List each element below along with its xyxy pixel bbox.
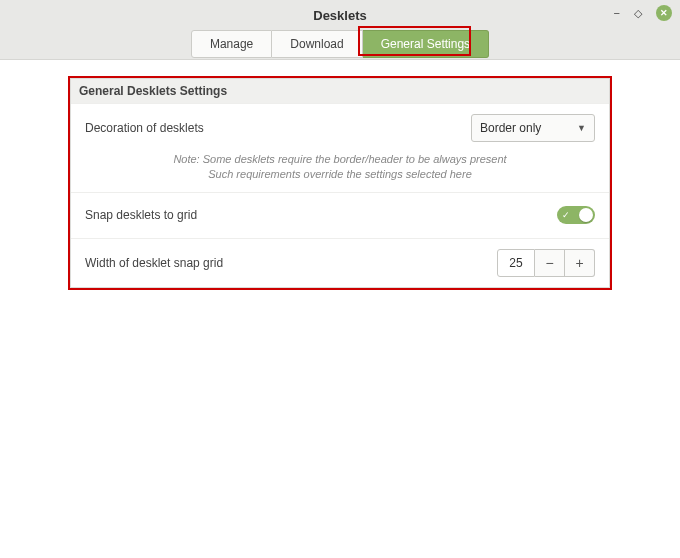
panel-title: General Desklets Settings [71,79,609,103]
chevron-down-icon: ▼ [577,123,586,133]
titlebar: Desklets − ◇ [0,0,680,30]
row-width: Width of desklet snap grid − + [71,238,609,287]
row-decoration: Decoration of desklets Border only ▼ [71,103,609,152]
width-label: Width of desklet snap grid [85,256,497,270]
width-decrement[interactable]: − [535,249,565,277]
decoration-select[interactable]: Border only ▼ [471,114,595,142]
width-stepper: − + [497,249,595,277]
decoration-note: Note: Some desklets require the border/h… [71,152,609,192]
content-area: General Desklets Settings Decoration of … [0,60,680,558]
snap-label: Snap desklets to grid [85,208,557,222]
width-increment[interactable]: + [565,249,595,277]
toggle-knob [579,208,593,222]
tab-download[interactable]: Download [272,30,362,58]
window-controls: − ◇ [614,5,672,21]
width-input[interactable] [497,249,535,277]
settings-panel: General Desklets Settings Decoration of … [70,78,610,288]
maximize-button[interactable]: ◇ [634,7,642,20]
decoration-value: Border only [480,121,541,135]
check-icon: ✓ [562,210,570,220]
minimize-button[interactable]: − [614,7,620,19]
close-button[interactable] [656,5,672,21]
snap-toggle[interactable]: ✓ [557,206,595,224]
row-snap: Snap desklets to grid ✓ [71,192,609,238]
decoration-label: Decoration of desklets [85,121,471,135]
tab-manage[interactable]: Manage [191,30,272,58]
tab-bar: Manage Download General Settings [0,30,680,60]
tab-general-settings[interactable]: General Settings [363,30,489,58]
window-title: Desklets [313,8,366,23]
